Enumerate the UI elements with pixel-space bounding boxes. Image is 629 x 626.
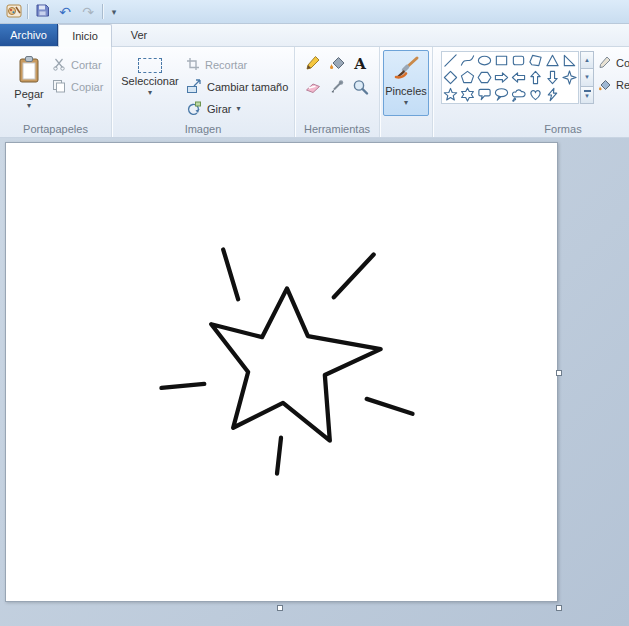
shape-star-5[interactable] [442,86,459,103]
crop-button[interactable]: Recortar [186,55,247,75]
canvas-resize-handle-right[interactable] [556,370,562,376]
group-portapapeles: Pegar ▾ Cortar [0,47,112,137]
floppy-icon [35,3,50,20]
text-tool-icon: A [354,55,366,73]
shape-star-4[interactable] [561,69,578,86]
scissors-icon [52,57,66,73]
shapes-scroll-down-button[interactable]: ▼ [580,69,594,86]
separator [27,4,28,19]
more-bar [584,90,591,92]
shape-arrow-left[interactable] [510,69,527,86]
drawn-ray-top-right [334,255,374,298]
tab-ver[interactable]: Ver [112,24,166,46]
drawn-ray-right [367,399,413,414]
qat-customize-button[interactable]: ▾ [108,3,120,21]
shape-fill-button[interactable]: Relleno ▾ [597,75,629,95]
shape-heart[interactable] [527,86,544,103]
shape-arrow-down[interactable] [544,69,561,86]
resize-icon [186,78,202,96]
shape-right-triangle[interactable] [561,52,578,69]
shape-rounded-rectangle[interactable] [510,52,527,69]
quick-access-toolbar: ↶ ↷ ▾ [0,0,629,24]
shape-oval[interactable] [476,52,493,69]
canvas-resize-handle-corner[interactable] [556,605,562,611]
canvas-resize-handle-bottom[interactable] [277,605,283,611]
copy-label: Copiar [71,81,103,93]
resize-label: Cambiar tamaño [207,81,288,93]
text-tool-button[interactable]: A [348,51,372,76]
fill-tool-button[interactable] [324,51,348,76]
shape-pentagon[interactable] [459,69,476,86]
tab-archivo[interactable]: Archivo [0,24,58,46]
group-pinceles: Pinceles ▾ [380,47,433,137]
group-imagen: Seleccionar ▾ Recortar Cambia [112,47,295,137]
shape-hexagon[interactable] [476,69,493,86]
separator [102,4,103,19]
group-label-herramientas: Herramientas [295,123,379,135]
pencil-tool-button[interactable] [300,51,324,76]
outline-icon [597,55,612,72]
copy-button[interactable]: Copiar [52,77,103,97]
fill-icon [597,77,612,94]
canvas[interactable] [5,142,558,602]
shape-rectangle[interactable] [493,52,510,69]
tools-grid: A [300,51,376,101]
shape-diamond[interactable] [442,69,459,86]
shape-arrow-right[interactable] [493,69,510,86]
shape-callout-oval[interactable] [493,86,510,103]
shapes-scroll-up-button[interactable]: ▲ [580,51,594,69]
shape-arrow-up[interactable] [527,69,544,86]
shape-line[interactable] [442,52,459,69]
group-formas: ▲ ▼ ▼ Contorno ▾ [433,47,629,137]
paint-window: ↶ ↷ ▾ Archivo Inicio Ver Pegar ▾ [0,0,629,626]
rotate-button[interactable]: Girar ▾ [186,99,240,119]
shape-callout-rounded[interactable] [476,86,493,103]
brushes-button[interactable]: Pinceles ▾ [383,50,429,116]
crop-label: Recortar [205,59,247,71]
select-button[interactable]: Seleccionar ▾ [120,50,180,116]
tab-inicio[interactable]: Inicio [58,24,112,47]
ribbon: Pegar ▾ Cortar [0,47,629,138]
cut-button[interactable]: Cortar [52,55,102,75]
chevron-down-icon: ▾ [148,89,152,97]
cut-label: Cortar [71,59,102,71]
outline-label: Contorno [616,57,629,69]
clipboard-icon [17,55,41,86]
shape-curve[interactable] [459,52,476,69]
ribbon-tabs: Archivo Inicio Ver [0,24,629,47]
crop-icon [186,57,200,73]
chevron-down-icon: ▾ [27,102,31,110]
paste-button[interactable]: Pegar ▾ [8,50,50,116]
shape-lightning[interactable] [544,86,561,103]
shape-triangle[interactable] [544,52,561,69]
drawn-ray-bottom [277,438,281,474]
drawn-ray-left [161,384,204,388]
resize-button[interactable]: Cambiar tamaño [186,77,288,97]
workspace [0,138,629,626]
eraser-icon [304,79,321,98]
undo-button[interactable]: ↶ [56,3,74,21]
shape-callout-cloud[interactable] [510,86,527,103]
pencil-icon [304,54,321,73]
drawn-ray-top-left [223,250,238,300]
color-picker-tool-button[interactable] [324,76,348,101]
brush-icon [392,55,420,83]
magnifier-tool-button[interactable] [348,76,372,101]
fill-bucket-icon [328,54,345,73]
selection-rectangle-icon [138,58,162,73]
app-icon[interactable] [6,3,22,21]
group-label-formas: Formas [433,123,629,135]
eyedropper-icon [328,79,345,98]
shape-outline-button[interactable]: Contorno ▾ [597,53,629,73]
shapes-gallery-more-button[interactable]: ▼ [580,87,594,104]
eraser-tool-button[interactable] [300,76,324,101]
select-label: Seleccionar [121,75,178,87]
shape-star-6[interactable] [459,86,476,103]
save-button[interactable] [33,3,51,21]
shapes-scrollbar: ▲ ▼ ▼ [580,51,594,104]
drawn-star [211,288,380,440]
shape-polygon[interactable] [527,52,544,69]
redo-button[interactable]: ↷ [79,3,97,21]
magnifier-icon [352,79,369,98]
group-label-portapapeles: Portapapeles [0,123,111,135]
